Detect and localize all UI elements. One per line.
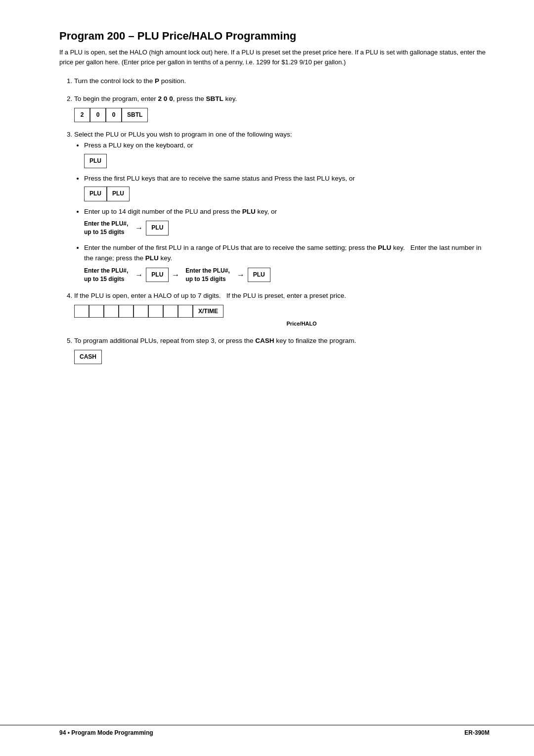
digit-7	[163, 305, 178, 318]
arrow-icon-2: →	[172, 269, 179, 282]
key-plu-range-1: PLU	[146, 268, 169, 282]
digit-1	[74, 305, 89, 318]
key-plu-number: PLU	[146, 221, 169, 235]
step-5: To program additional PLUs, repeat from …	[74, 335, 490, 365]
digit-3	[104, 305, 119, 318]
footer-right: ER-390M	[464, 729, 490, 736]
plu-pair-diagram: PLU PLU	[84, 187, 490, 201]
enter-plu-label: Enter the PLU#,up to 15 digits	[84, 220, 128, 236]
key-0a: 0	[90, 108, 106, 122]
key-0b: 0	[106, 108, 122, 122]
digit-6	[148, 305, 163, 318]
digit-8	[178, 305, 193, 318]
step2-key-diagram: 2 0 0 SBTL	[74, 108, 490, 122]
step3-bullet-4: Enter the number of the first PLU in a r…	[84, 242, 490, 284]
page-title: Program 200 – PLU Price/HALO Programming	[59, 30, 490, 43]
plu-single-diagram: PLU	[84, 154, 490, 168]
enter-plu-range-label-2: Enter the PLU#,up to 15 digits	[185, 267, 229, 284]
key-sbtl: SBTL	[122, 108, 148, 122]
step-2: To begin the program, enter 2 0 0, press…	[74, 94, 490, 123]
key-2: 2	[74, 108, 90, 122]
step3-bullet-3: Enter up to 14 digit number of the PLU a…	[84, 206, 490, 236]
price-halo-row: X/TIME	[74, 305, 490, 318]
price-halo-diagram: X/TIME Price/HALO	[74, 305, 490, 329]
step-1: Turn the control lock to the P position.	[74, 76, 490, 87]
step-3: Select the PLU or PLUs you wish to progr…	[74, 129, 490, 283]
key-plu-range-2: PLU	[248, 268, 270, 282]
step-4: If the PLU is open, enter a HALO of up t…	[74, 290, 490, 329]
step3-bullet-1: Press a PLU key on the keyboard, or PLU	[84, 140, 490, 168]
arrow-icon: →	[135, 222, 143, 235]
intro-text: If a PLU is open, set the HALO (high amo…	[59, 47, 490, 67]
digit-5	[134, 305, 148, 318]
key-plu-first: PLU	[84, 187, 107, 201]
plu-range-diagram: Enter the PLU#,up to 15 digits → PLU → E…	[84, 267, 490, 284]
key-xtime: X/TIME	[193, 305, 223, 318]
step3-bullets: Press a PLU key on the keyboard, or PLU …	[84, 140, 490, 284]
cash-key-diagram: CASH	[74, 350, 490, 364]
footer: 94 • Program Mode Programming ER-390M	[0, 725, 534, 736]
steps-list: Turn the control lock to the P position.…	[74, 76, 490, 364]
price-halo-label: Price/HALO	[114, 320, 490, 329]
key-plu-last: PLU	[107, 187, 130, 201]
key-cash: CASH	[74, 350, 102, 364]
enter-plu-range-label-1: Enter the PLU#,up to 15 digits	[84, 267, 128, 284]
plu-number-diagram: Enter the PLU#,up to 15 digits → PLU	[84, 220, 490, 236]
step3-bullet-2: Press the first PLU keys that are to rec…	[84, 173, 490, 201]
digit-4	[119, 305, 134, 318]
arrow-icon-1: →	[135, 269, 143, 282]
arrow-icon-3: →	[237, 269, 245, 282]
footer-left: 94 • Program Mode Programming	[59, 729, 153, 736]
digit-2	[89, 305, 104, 318]
key-plu-single: PLU	[84, 154, 107, 168]
